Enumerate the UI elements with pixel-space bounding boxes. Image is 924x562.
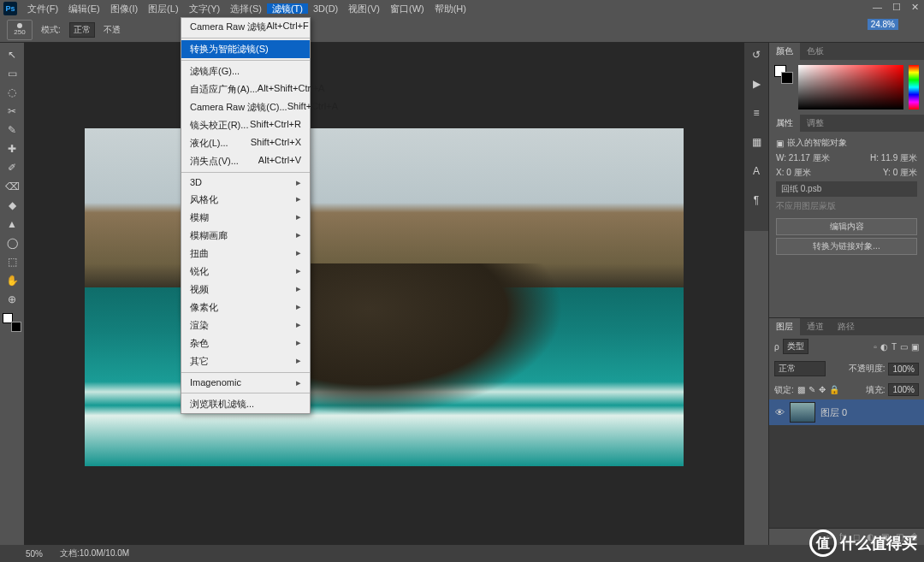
menu-item[interactable]: Imagenomic▸: [181, 375, 310, 391]
character-icon[interactable]: A: [747, 163, 766, 180]
menu-item[interactable]: 渲染▸: [181, 316, 310, 334]
blend-mode-select[interactable]: 正常: [69, 22, 95, 38]
tab-adjustments[interactable]: 调整: [800, 115, 831, 132]
tool-button[interactable]: ⊕: [3, 291, 21, 308]
history-icon[interactable]: ↺: [747, 46, 766, 63]
tab-properties[interactable]: 属性: [769, 115, 800, 132]
canvas-area[interactable]: [24, 43, 744, 545]
layer-kind-select[interactable]: 类型: [783, 339, 808, 354]
menu-5[interactable]: 选择(S): [225, 3, 267, 14]
menu-item[interactable]: 其它▸: [181, 352, 310, 370]
tab-channels[interactable]: 通道: [800, 318, 831, 335]
menu-item[interactable]: 模糊画廊▸: [181, 227, 310, 245]
layer-thumbnail[interactable]: [790, 402, 815, 423]
filter-type-icon[interactable]: T: [891, 342, 897, 352]
menu-item[interactable]: 模糊▸: [181, 209, 310, 227]
menu-3[interactable]: 图层(L): [143, 3, 183, 14]
cpu-badge: 24.8%: [868, 19, 898, 30]
menu-item[interactable]: Camera Raw 滤镜(C)...Shift+Ctrl+A: [181, 98, 310, 116]
tab-paths[interactable]: 路径: [831, 318, 862, 335]
menu-item[interactable]: 滤镜库(G)...: [181, 62, 310, 80]
filter-image-icon[interactable]: ▫: [874, 342, 877, 352]
tool-button[interactable]: ✎: [3, 121, 21, 139]
menu-item[interactable]: 消失点(V)...Alt+Ctrl+V: [181, 152, 310, 170]
tool-button[interactable]: ⌫: [3, 178, 21, 195]
opacity-input[interactable]: 100%: [888, 363, 919, 376]
watermark: 值 什么值得买: [809, 529, 917, 557]
lock-transparency-icon[interactable]: ▩: [797, 385, 805, 394]
window-controls: — ☐ ✕: [873, 2, 919, 13]
lock-move-icon[interactable]: ✥: [819, 385, 826, 394]
menu-item[interactable]: 扭曲▸: [181, 245, 310, 263]
menu-item[interactable]: 镜头校正(R)...Shift+Ctrl+R: [181, 116, 310, 134]
close-icon[interactable]: ✕: [911, 2, 919, 13]
minimize-icon[interactable]: —: [873, 2, 882, 13]
layers-empty-area: [769, 425, 924, 528]
menu-item[interactable]: 风格化▸: [181, 191, 310, 209]
swatches-icon[interactable]: ▦: [747, 133, 766, 151]
menu-7[interactable]: 3D(D): [308, 3, 343, 14]
paragraph-icon[interactable]: ¶: [747, 192, 766, 209]
tool-button[interactable]: ✚: [3, 140, 21, 157]
tool-button[interactable]: ◆: [3, 197, 21, 214]
layers-panel: 图层 通道 路径 ρ类型 ▫ ◐ T ▭ ▣ 正常 不透明度:100% 锁定: …: [769, 317, 924, 545]
menu-4[interactable]: 文字(Y): [184, 3, 226, 14]
color-field[interactable]: [798, 65, 903, 109]
tool-button[interactable]: ⬚: [3, 253, 21, 270]
menu-item[interactable]: 浏览联机滤镜...: [181, 395, 310, 413]
tool-button[interactable]: ✋: [3, 272, 21, 289]
menu-0[interactable]: 文件(F): [22, 3, 63, 14]
menu-bar: Ps 文件(F)编辑(E)图像(I)图层(L)文字(Y)选择(S)滤镜(T)3D…: [0, 0, 924, 17]
tool-button[interactable]: ↖: [3, 46, 21, 63]
tool-button[interactable]: ✂: [3, 103, 21, 120]
tool-button[interactable]: ▭: [3, 65, 21, 82]
fg-bg-swatches[interactable]: [774, 65, 793, 84]
edit-contents-button[interactable]: 编辑内容: [776, 218, 917, 235]
menu-item[interactable]: Camera Raw 滤镜Alt+Ctrl+F: [181, 18, 310, 36]
tab-swatches[interactable]: 色板: [800, 43, 831, 60]
app-logo: Ps: [3, 2, 17, 15]
maximize-icon[interactable]: ☐: [892, 2, 901, 13]
menu-8[interactable]: 视图(V): [343, 3, 385, 14]
fg-bg-colors[interactable]: [3, 313, 21, 332]
tool-button[interactable]: ▲: [3, 216, 21, 233]
menu-item[interactable]: 3D▸: [181, 175, 310, 191]
menu-item[interactable]: 液化(L)...Shift+Ctrl+X: [181, 134, 310, 152]
menu-2[interactable]: 图像(I): [105, 3, 143, 14]
menu-item[interactable]: 自适应广角(A)...Alt+Shift+Ctrl+A: [181, 80, 310, 98]
tool-button[interactable]: ✐: [3, 159, 21, 176]
menu-1[interactable]: 编辑(E): [63, 3, 105, 14]
tab-color[interactable]: 颜色: [769, 43, 800, 60]
lock-brush-icon[interactable]: ✎: [808, 385, 815, 394]
lock-all-icon[interactable]: 🔒: [829, 385, 839, 394]
tool-button[interactable]: ◯: [3, 234, 21, 251]
menu-10[interactable]: 帮助(H): [429, 3, 471, 14]
document-info[interactable]: 文档:10.0M/10.0M: [60, 547, 129, 559]
tab-layers[interactable]: 图层: [769, 318, 800, 335]
zoom-level[interactable]: 50%: [26, 549, 43, 559]
menu-item[interactable]: 杂色▸: [181, 334, 310, 352]
hue-slider[interactable]: [909, 65, 919, 109]
menu-item[interactable]: 像素化▸: [181, 299, 310, 316]
collapsed-panels-dock: ↺ ▶ ≡ ▦ A ¶: [744, 43, 768, 231]
play-icon[interactable]: ▶: [747, 75, 766, 92]
tools-panel: ↖▭◌✂✎✚✐⌫◆▲◯⬚✋⊕: [0, 43, 24, 545]
menu-item[interactable]: 视频▸: [181, 281, 310, 299]
color-panel: [769, 60, 924, 115]
brushes-icon[interactable]: ≡: [747, 104, 766, 121]
layer-row[interactable]: 👁 图层 0: [769, 399, 924, 425]
fill-input[interactable]: 100%: [888, 383, 919, 396]
blend-mode-select[interactable]: 正常: [774, 361, 826, 376]
tool-button[interactable]: ◌: [3, 84, 21, 101]
filter-adjust-icon[interactable]: ◐: [880, 342, 888, 352]
convert-linked-button[interactable]: 转换为链接对象...: [776, 238, 917, 255]
color-panel-tabs: 颜色 色板: [769, 43, 924, 60]
brush-preview[interactable]: 250: [7, 20, 33, 40]
menu-item[interactable]: 转换为智能滤镜(S): [181, 40, 310, 58]
menu-9[interactable]: 窗口(W): [385, 3, 429, 14]
menu-6[interactable]: 滤镜(T): [267, 3, 308, 14]
filter-smart-icon[interactable]: ▣: [911, 342, 919, 352]
filter-shape-icon[interactable]: ▭: [900, 342, 908, 352]
visibility-icon[interactable]: 👁: [774, 407, 785, 417]
menu-item[interactable]: 锐化▸: [181, 263, 310, 281]
